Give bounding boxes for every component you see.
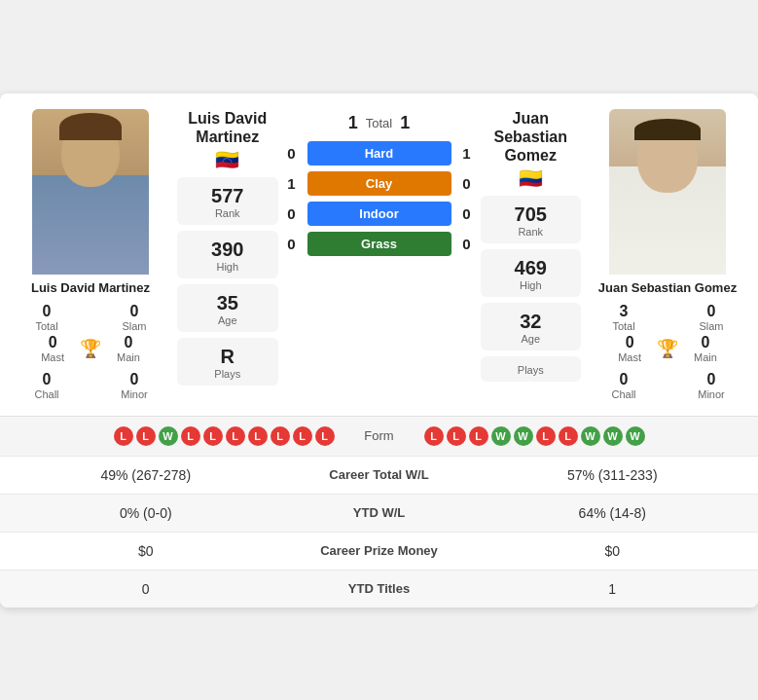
stat-left-2: $0 [0, 543, 292, 559]
total-row: 1 Total 1 [348, 113, 411, 133]
form-badge: L [136, 426, 156, 446]
player1-bottom-stats: 0 Chall 0 Minor [8, 371, 173, 400]
player2-flag: 🇨🇴 [519, 166, 543, 190]
player2-center-name: Juan SebastianGomez [481, 109, 582, 166]
surface-rows: 0 Hard 1 1 Clay 0 0 Indoor 0 [282, 141, 477, 262]
player2-rank-box: 705 Rank [481, 196, 582, 243]
clay-right: 0 [457, 175, 477, 192]
indoor-left: 0 [282, 205, 302, 222]
player1-chall: 0 Chall [8, 371, 86, 400]
player2-bottom-stats: 0 Chall 0 Minor [585, 371, 750, 400]
form-badge: L [203, 426, 223, 446]
player2-minor: 0 Minor [672, 371, 750, 400]
player1-rank-box: 577 Rank [177, 177, 278, 225]
stats-row: 0 YTD Titles 1 [0, 570, 758, 608]
hard-badge: Hard [307, 141, 451, 166]
surface-clay: 1 Clay 0 [282, 171, 477, 196]
stat-right-3: 1 [467, 581, 759, 597]
stats-section: 49% (267-278) Career Total W/L 57% (311-… [0, 456, 758, 608]
form-badges-right: LLLWWLLWWW [424, 426, 747, 446]
grass-left: 0 [282, 236, 302, 252]
player1-name: Luis David Martinez [31, 280, 150, 295]
form-label: Form [341, 428, 418, 443]
surface-indoor: 0 Indoor 0 [282, 202, 477, 226]
form-badge: L [293, 426, 312, 446]
player2-name: Juan Sebastian Gomez [598, 280, 737, 295]
player2-main: 0 Main [694, 334, 717, 363]
trophy-icon-right: 🏆 [657, 338, 678, 359]
stat-right-1: 64% (14-8) [467, 505, 759, 521]
player2-slam: 0 Slam [672, 303, 750, 332]
player1-high-box: 390 High [177, 231, 278, 278]
form-badge: L [447, 426, 466, 446]
form-section: LLWLLLLLLL Form LLLWWLLWWW [0, 416, 758, 456]
player2-age-box: 32 Age [481, 303, 582, 350]
total-left: 1 [348, 113, 358, 133]
player2-center-stats: Juan SebastianGomez 🇨🇴 705 Rank 469 High… [477, 109, 586, 400]
form-badge: W [514, 426, 533, 446]
player2-chall: 0 Chall [585, 371, 663, 400]
indoor-right: 0 [457, 205, 477, 222]
player1-trophy-row: 0 Mast 🏆 0 Main [41, 334, 140, 363]
form-badge: L [248, 426, 268, 446]
stat-right-0: 57% (311-233) [467, 467, 759, 483]
surface-hard: 0 Hard 1 [282, 141, 477, 166]
stat-label-3: YTD Titles [292, 581, 467, 596]
player1-age-box: 35 Age [177, 284, 278, 332]
player1-minor: 0 Minor [95, 371, 173, 400]
player2-trophy-row: 0 Mast 🏆 0 Main [618, 334, 717, 363]
player1-plays-box: R Plays [177, 338, 278, 386]
form-badge: W [491, 426, 511, 446]
player1-mast: 0 Mast [41, 334, 64, 363]
form-badge: W [603, 426, 623, 446]
form-badge: W [581, 426, 600, 446]
stat-label-2: Career Prize Money [292, 543, 467, 558]
total-right: 1 [400, 113, 410, 133]
total-label: Total [366, 116, 392, 130]
player1-center-stats: Luis DavidMartinez 🇻🇪 577 Rank 390 High … [173, 109, 282, 400]
surface-grass: 0 Grass 0 [282, 232, 477, 256]
matchup-col: 1 Total 1 0 Hard 1 1 Clay 0 [282, 109, 477, 400]
player2-col: Juan Sebastian Gomez 3 Total 0 Slam 0 Ma… [585, 109, 750, 400]
clay-left: 1 [282, 175, 302, 192]
player2-plays-box: Plays [481, 356, 582, 382]
player1-col: Luis David Martinez 0 Total 0 Slam 0 Mas… [8, 109, 173, 400]
player1-photo [32, 109, 149, 275]
stat-label-0: Career Total W/L [292, 467, 467, 482]
form-badge: L [181, 426, 200, 446]
top-section: Luis David Martinez 0 Total 0 Slam 0 Mas… [0, 93, 758, 416]
indoor-badge: Indoor [307, 202, 451, 226]
player1-flag: 🇻🇪 [215, 148, 239, 171]
clay-badge: Clay [307, 171, 451, 196]
player1-stats: 0 Total 0 Slam [8, 303, 173, 332]
stat-label-1: YTD W/L [292, 505, 467, 520]
form-badge: L [424, 426, 444, 446]
form-badge: L [315, 426, 335, 446]
form-badge: L [559, 426, 578, 446]
player1-slam: 0 Slam [95, 303, 173, 332]
form-badge: W [159, 426, 178, 446]
comparison-card: Luis David Martinez 0 Total 0 Slam 0 Mas… [0, 93, 758, 608]
form-badge: L [536, 426, 556, 446]
stats-row: 49% (267-278) Career Total W/L 57% (311-… [0, 456, 758, 494]
player1-center-name: Luis DavidMartinez [188, 109, 267, 146]
form-badge: L [271, 426, 290, 446]
form-badges-left: LLWLLLLLLL [12, 426, 335, 446]
stat-left-0: 49% (267-278) [0, 467, 292, 483]
stat-left-3: 0 [0, 581, 292, 597]
stat-left-1: 0% (0-0) [0, 505, 292, 521]
form-badge: L [114, 426, 133, 446]
player2-stats: 3 Total 0 Slam [585, 303, 750, 332]
grass-badge: Grass [307, 232, 451, 256]
player2-photo [609, 109, 726, 275]
hard-left: 0 [282, 145, 302, 162]
hard-right: 1 [457, 145, 477, 162]
stat-right-2: $0 [467, 543, 759, 559]
stats-row: $0 Career Prize Money $0 [0, 532, 758, 570]
form-badge: L [226, 426, 245, 446]
player2-mast: 0 Mast [618, 334, 641, 363]
player1-total: 0 Total [8, 303, 86, 332]
player1-main: 0 Main [117, 334, 140, 363]
player2-high-box: 469 High [481, 249, 582, 297]
grass-right: 0 [457, 236, 477, 252]
